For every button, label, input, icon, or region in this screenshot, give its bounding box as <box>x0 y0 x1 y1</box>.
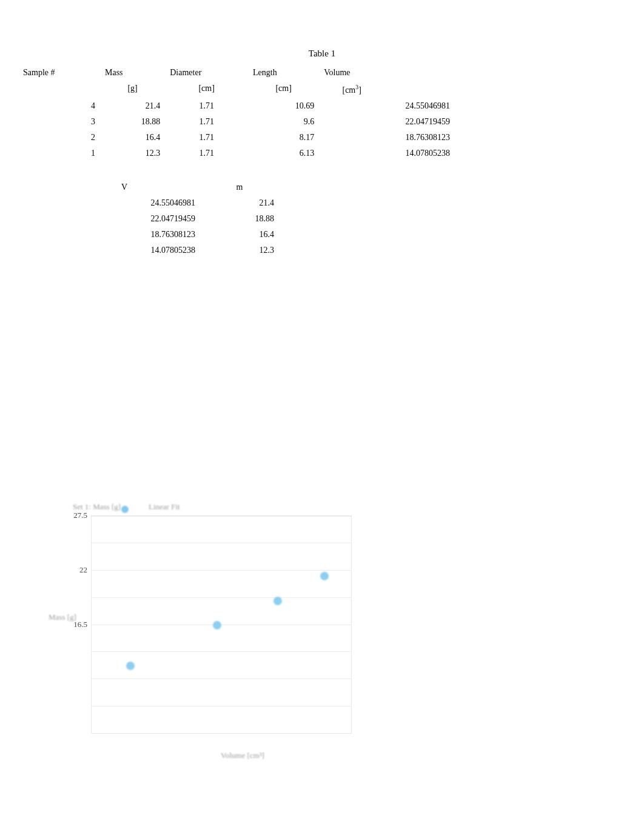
unit-mass: [g] <box>100 81 165 98</box>
chart-legend: Set 1: Mass [g] Linear Fit <box>55 501 394 515</box>
col-diameter-header: Diameter <box>165 65 248 81</box>
y-axis-ticks: 27.5 22 16.5 <box>55 515 91 734</box>
table-row: 2 16.4 1.71 8.17 18.76308123 <box>18 130 455 146</box>
cell-sample: 1 <box>18 146 100 161</box>
unit-diameter: [cm] <box>165 81 248 98</box>
col-v-header: V <box>109 179 200 195</box>
cell-sample: 3 <box>18 114 100 130</box>
grid-line <box>92 625 351 625</box>
col-sample-header: Sample # <box>18 65 100 81</box>
chart-point <box>213 621 221 629</box>
chart-point <box>320 572 329 580</box>
cell-v: 18.76308123 <box>109 227 200 243</box>
cell-length: 8.17 <box>248 130 319 146</box>
chart-plot-area <box>91 515 352 734</box>
grid-line <box>92 679 351 679</box>
table-row: 18.76308123 16.4 <box>109 227 279 243</box>
legend-marker-icon <box>121 506 129 513</box>
cell-volume: 18.76308123 <box>319 130 455 146</box>
col-volume2-header <box>384 65 455 81</box>
cell-m: 21.4 <box>200 195 279 211</box>
cell-volume: 14.07805238 <box>319 146 455 161</box>
unit-length: [cm] <box>248 81 319 98</box>
cell-length: 6.13 <box>248 146 319 161</box>
cell-v: 22.04719459 <box>109 211 200 227</box>
cell-v: 24.55046981 <box>109 195 200 211</box>
cell-length: 10.69 <box>248 98 319 114</box>
table-row: 14.07805238 12.3 <box>109 243 279 258</box>
cell-sample: 4 <box>18 98 100 114</box>
cell-mass: 18.88 <box>100 114 165 130</box>
table-row: 24.55046981 21.4 <box>109 195 279 211</box>
y-tick: 27.5 <box>73 511 87 520</box>
grid-line <box>92 516 351 517</box>
grid-line <box>92 597 351 598</box>
chart-point <box>126 662 135 670</box>
table-header-row: Sample # Mass Diameter Length Volume <box>18 65 455 81</box>
col-volume-header: Volume <box>319 65 384 81</box>
cell-mass: 21.4 <box>100 98 165 114</box>
table-row: 1 12.3 1.71 6.13 14.07805238 <box>18 146 455 161</box>
cell-diameter: 1.71 <box>165 130 248 146</box>
cell-diameter: 1.71 <box>165 98 248 114</box>
unit-volume: [cm3] <box>319 81 384 98</box>
cell-v: 14.07805238 <box>109 243 200 258</box>
table-title: Table 1 <box>18 49 626 59</box>
table-units-row: [g] [cm] [cm] [cm3] <box>18 81 455 98</box>
legend-fit-label: Linear Fit <box>149 502 180 512</box>
col-mass-header: Mass <box>100 65 165 81</box>
cell-m: 12.3 <box>200 243 279 258</box>
table-row: 4 21.4 1.71 10.69 24.55046981 <box>18 98 455 114</box>
cell-diameter: 1.71 <box>165 146 248 161</box>
grid-line <box>92 651 351 652</box>
data-table-2: V m 24.55046981 21.4 22.04719459 18.88 1… <box>109 179 279 258</box>
x-axis-label: Volume [cm³] <box>55 751 394 760</box>
cell-m: 18.88 <box>200 211 279 227</box>
cell-volume: 22.04719459 <box>319 114 455 130</box>
chart-point <box>273 597 282 605</box>
cell-mass: 12.3 <box>100 146 165 161</box>
y-tick: 22 <box>79 565 87 575</box>
table-row: 3 18.88 1.71 9.6 22.04719459 <box>18 114 455 130</box>
col-m-header: m <box>200 179 279 195</box>
col-length-header: Length <box>248 65 319 81</box>
grid-line <box>92 706 351 706</box>
scatter-chart: Set 1: Mass [g] Linear Fit Mass [g] 27.5… <box>55 501 394 760</box>
cell-diameter: 1.71 <box>165 114 248 130</box>
table-row: 22.04719459 18.88 <box>109 211 279 227</box>
y-tick: 16.5 <box>73 620 87 629</box>
cell-mass: 16.4 <box>100 130 165 146</box>
grid-line <box>92 543 351 543</box>
grid-line <box>92 570 351 571</box>
cell-volume: 24.55046981 <box>319 98 455 114</box>
table-header-row: V m <box>109 179 279 195</box>
cell-length: 9.6 <box>248 114 319 130</box>
cell-m: 16.4 <box>200 227 279 243</box>
cell-sample: 2 <box>18 130 100 146</box>
data-table-1: Sample # Mass Diameter Length Volume [g]… <box>18 65 455 161</box>
